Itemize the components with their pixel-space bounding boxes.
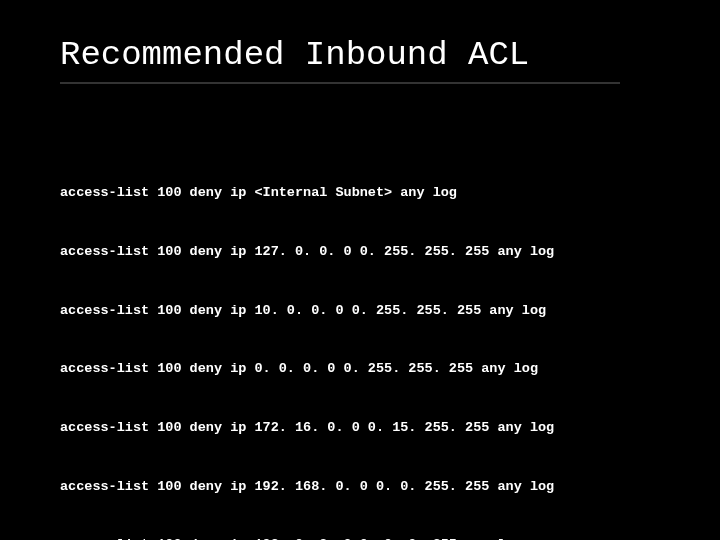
slide: Recommended Inbound ACL access-list 100 … xyxy=(0,0,720,540)
acl-line: access-list 100 deny ip 172. 16. 0. 0 0.… xyxy=(60,418,660,438)
acl-line: access-list 100 deny ip 192. 168. 0. 0 0… xyxy=(60,477,660,497)
acl-line: access-list 100 deny ip <Internal Subnet… xyxy=(60,183,660,203)
acl-line: access-list 100 deny ip 127. 0. 0. 0 0. … xyxy=(60,242,660,262)
acl-block: access-list 100 deny ip <Internal Subnet… xyxy=(60,144,660,540)
slide-title: Recommended Inbound ACL xyxy=(60,36,660,74)
acl-line: access-list 100 deny ip 10. 0. 0. 0 0. 2… xyxy=(60,301,660,321)
acl-line: access-list 100 deny ip 0. 0. 0. 0 0. 25… xyxy=(60,359,660,379)
title-rule xyxy=(60,82,620,84)
acl-line: access-list 100 deny ip 192. 0. 2. 0 0. … xyxy=(60,535,660,540)
